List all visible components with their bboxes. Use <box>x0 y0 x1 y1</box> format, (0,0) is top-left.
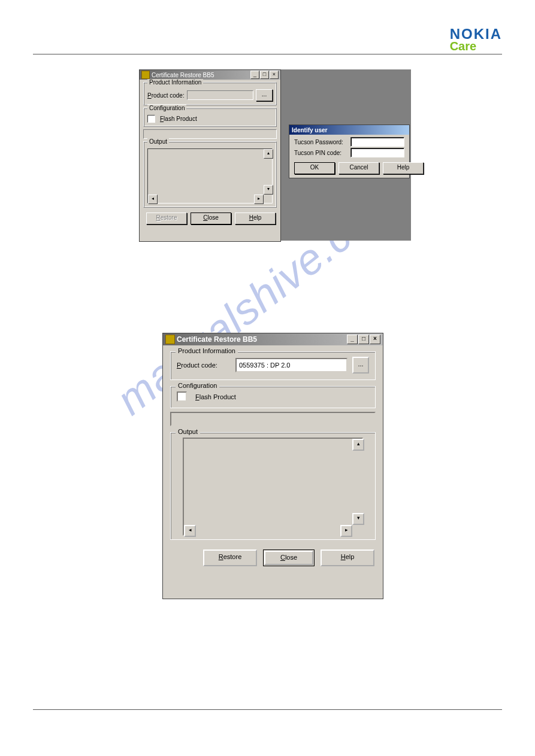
close-button[interactable]: Close <box>263 549 315 566</box>
flash-product-checkbox[interactable] <box>177 391 187 402</box>
window-title: Certificate Restore BB5 <box>152 72 214 78</box>
configuration-group: Configuration Flash Product <box>143 108 277 127</box>
browse-button[interactable]: ... <box>256 89 273 101</box>
flash-product-label: Flash Product <box>195 393 236 400</box>
product-code-label: Product code: <box>147 92 185 99</box>
screenshot-1: Certificate Restore BB5 _ □ × Product In… <box>139 69 411 241</box>
scroll-left-icon[interactable]: ◂ <box>184 525 196 537</box>
output-group: Output ▴ ▾ ◂ ▸ <box>143 141 277 208</box>
tucson-password-input[interactable] <box>350 137 404 147</box>
product-info-legend: Product Information <box>176 347 238 354</box>
logo-sub: Care <box>450 40 502 52</box>
close-icon[interactable]: × <box>270 71 279 79</box>
scroll-down-icon[interactable]: ▾ <box>352 513 364 525</box>
restore-button: Restore <box>146 212 187 224</box>
flash-product-checkbox[interactable] <box>147 115 155 123</box>
tucson-pin-input[interactable] <box>350 148 404 157</box>
product-code-label: Product code: <box>177 362 231 369</box>
product-info-group: Product Information Product code: ... <box>143 82 277 105</box>
restore-button[interactable]: Restore <box>203 549 257 566</box>
output-legend: Output <box>147 138 169 145</box>
product-info-legend: Product Information <box>147 79 203 86</box>
help-button[interactable]: Help <box>235 212 276 224</box>
maximize-icon[interactable]: □ <box>260 71 269 79</box>
configuration-legend: Configuration <box>147 105 186 111</box>
ok-button[interactable]: OK <box>294 162 335 174</box>
product-info-group: Product Information Product code: 055937… <box>170 351 376 380</box>
output-textarea[interactable]: ▴ ▾ ◂ ▸ <box>147 148 273 204</box>
cancel-button[interactable]: Cancel <box>338 162 379 174</box>
footer-rule <box>33 709 502 710</box>
scrollbar-vertical[interactable]: ▴ ▾ <box>352 439 362 525</box>
app-icon <box>165 335 175 344</box>
close-icon[interactable]: × <box>370 335 380 344</box>
maximize-icon[interactable]: □ <box>358 335 369 344</box>
product-code-input[interactable] <box>187 90 253 100</box>
configuration-group: Configuration Flash Product <box>170 386 376 408</box>
tucson-password-label: Tucson Password: <box>294 139 348 145</box>
scroll-right-icon[interactable]: ▸ <box>254 195 264 204</box>
scroll-down-icon[interactable]: ▾ <box>264 185 273 195</box>
window-title: Certificate Restore BB5 <box>177 335 257 344</box>
cert-restore-window-small: Certificate Restore BB5 _ □ × Product In… <box>139 69 281 242</box>
titlebar[interactable]: Certificate Restore BB5 _ □ × <box>163 333 383 345</box>
scroll-right-icon[interactable]: ▸ <box>340 525 352 537</box>
scrollbar-vertical[interactable]: ▴ ▾ <box>264 149 272 195</box>
minimize-icon[interactable]: _ <box>250 71 259 79</box>
flash-product-label: Flash Product <box>160 116 197 122</box>
browse-button[interactable]: ... <box>352 357 369 374</box>
identify-user-dialog: Identify user Tucson Password: Tucson PI… <box>289 125 410 178</box>
close-button[interactable]: Close <box>191 212 231 224</box>
header-rule <box>33 54 502 54</box>
output-legend: Output <box>176 428 200 435</box>
scroll-up-icon[interactable]: ▴ <box>264 149 273 159</box>
status-bar <box>170 412 376 426</box>
scrollbar-horizontal[interactable]: ◂ ▸ <box>148 195 264 203</box>
help-button[interactable]: Help <box>383 162 424 174</box>
output-textarea[interactable]: ▴ ▾ ◂ ▸ <box>183 438 363 536</box>
configuration-legend: Configuration <box>176 382 219 389</box>
titlebar[interactable]: Certificate Restore BB5 _ □ × <box>140 70 280 80</box>
scroll-left-icon[interactable]: ◂ <box>148 195 158 204</box>
app-icon <box>141 71 150 79</box>
logo: NOKIA Care <box>450 27 502 52</box>
status-bar <box>143 129 277 139</box>
titlebar[interactable]: Identify user <box>289 125 409 135</box>
dialog-title: Identify user <box>292 127 327 133</box>
output-group: Output ▴ ▾ ◂ ▸ <box>170 432 376 540</box>
scroll-up-icon[interactable]: ▴ <box>352 439 364 451</box>
product-code-input[interactable]: 0559375 : DP 2.0 <box>235 358 347 372</box>
tucson-pin-label: Tucson PIN code: <box>294 150 348 156</box>
scrollbar-horizontal[interactable]: ◂ ▸ <box>184 525 352 535</box>
help-button[interactable]: Help <box>321 549 374 566</box>
cert-restore-window-large: Certificate Restore BB5 _ □ × Product In… <box>162 333 383 599</box>
minimize-icon[interactable]: _ <box>347 335 358 344</box>
